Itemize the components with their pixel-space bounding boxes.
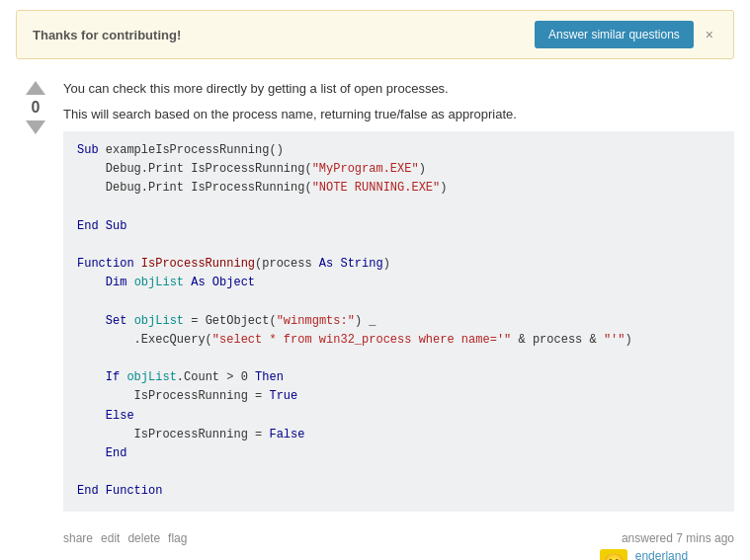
answer-links: share edit delete flag bbox=[63, 531, 187, 545]
answer-text-1: You can check this more directly by gett… bbox=[63, 79, 734, 99]
answer-meta: answered 7 mins ago 🙂 enderland 3,875 5 … bbox=[600, 531, 734, 560]
answer-body: You can check this more directly by gett… bbox=[55, 79, 734, 560]
answer-text-2: This will search based on the process na… bbox=[63, 105, 734, 124]
notification-text: Thanks for contributing! bbox=[33, 28, 181, 42]
user-info: enderland 3,875 5 18 53 bbox=[635, 549, 734, 560]
notification-bar: Thanks for contributing! Answer similar … bbox=[16, 10, 734, 59]
avatar: 🙂 bbox=[600, 549, 627, 560]
vote-column: 0 bbox=[16, 79, 55, 560]
answer-container: 0 You can check this more directly by ge… bbox=[0, 69, 750, 560]
username[interactable]: enderland bbox=[635, 549, 734, 560]
answered-label: answered 7 mins ago bbox=[622, 531, 734, 545]
edit-link[interactable]: edit bbox=[101, 531, 120, 545]
vote-count: 0 bbox=[32, 99, 41, 117]
delete-link[interactable]: delete bbox=[127, 531, 160, 545]
notification-actions: Answer similar questions × bbox=[535, 21, 717, 48]
flag-link[interactable]: flag bbox=[168, 531, 187, 545]
answer-footer: share edit delete flag answered 7 mins a… bbox=[63, 523, 734, 560]
vote-up-button[interactable] bbox=[26, 81, 45, 95]
user-card: 🙂 enderland 3,875 5 18 53 bbox=[600, 549, 734, 560]
answer-similar-button[interactable]: Answer similar questions bbox=[535, 21, 694, 48]
code-block: Sub exampleIsProcessRunning() Debug.Prin… bbox=[63, 131, 734, 512]
close-button[interactable]: × bbox=[702, 27, 717, 42]
vote-down-button[interactable] bbox=[26, 120, 45, 134]
share-link[interactable]: share bbox=[63, 531, 93, 545]
